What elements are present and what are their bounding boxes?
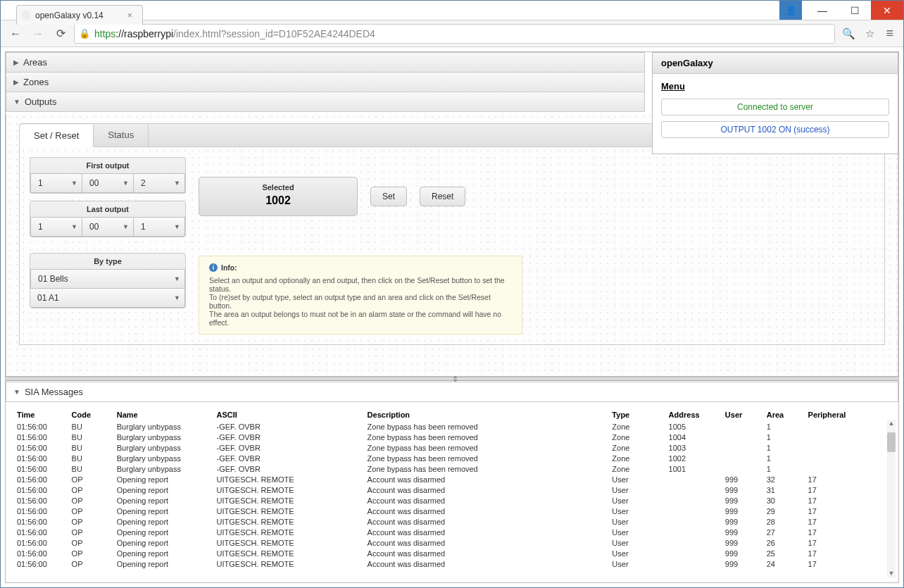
accordion-zones[interactable]: ▶ Zones bbox=[6, 73, 645, 92]
table-row[interactable]: 01:56:00OPOpening reportUITGESCH. REMOTE… bbox=[14, 474, 890, 484]
col-addr: Address bbox=[666, 408, 722, 421]
sia-messages-panel: Time Code Name ASCII Description Type Ad… bbox=[6, 403, 898, 582]
status-last-message: OUTPUT 1002 ON (success) bbox=[661, 121, 889, 138]
window-maximize-button[interactable]: ☐ bbox=[839, 1, 871, 20]
table-row[interactable]: 01:56:00OPOpening reportUITGESCH. REMOTE… bbox=[14, 516, 890, 527]
scroll-up-icon[interactable]: ▲ bbox=[887, 420, 896, 428]
cell-time: 01:56:00 bbox=[14, 548, 69, 558]
cell-ascii: UITGESCH. REMOTE bbox=[214, 516, 365, 527]
cell-ascii: -GEF. OVBR bbox=[214, 453, 365, 463]
cell-name: Opening report bbox=[114, 527, 214, 537]
page-content: ▶ Areas ▶ Zones ▼ Outputs Set / Reset St… bbox=[1, 47, 903, 587]
info-box: iInfo: Select an output and optionally a… bbox=[199, 256, 522, 334]
last-output-c-select[interactable]: 1▼ bbox=[134, 217, 185, 237]
table-row[interactable]: 01:56:00OPOpening reportUITGESCH. REMOTE… bbox=[14, 548, 890, 558]
info-icon: i bbox=[209, 263, 218, 272]
cell-desc: Zone bypass has been removed bbox=[365, 453, 610, 463]
splitter-handle[interactable] bbox=[6, 377, 898, 381]
last-output-b-select[interactable]: 00▼ bbox=[82, 217, 134, 237]
cell-time: 01:56:00 bbox=[14, 421, 69, 432]
info-line: To (re)set by output type, select an out… bbox=[209, 293, 512, 310]
tab-status[interactable]: Status bbox=[94, 124, 149, 146]
cell-type: Zone bbox=[609, 421, 665, 432]
accordion-sia[interactable]: ▼ SIA Messages bbox=[6, 382, 898, 402]
table-row[interactable]: 01:56:00OPOpening reportUITGESCH. REMOTE… bbox=[14, 506, 890, 516]
cell-addr bbox=[666, 537, 722, 548]
user-icon[interactable]: 👤 bbox=[779, 1, 802, 20]
scroll-down-icon[interactable]: ▼ bbox=[887, 570, 896, 578]
browser-tab[interactable]: openGalaxy v0.14 × bbox=[16, 5, 143, 25]
cell-desc: Account was disarmed bbox=[365, 506, 610, 516]
table-row[interactable]: 01:56:00OPOpening reportUITGESCH. REMOTE… bbox=[14, 527, 890, 537]
cell-addr bbox=[666, 495, 722, 506]
cell-time: 01:56:00 bbox=[14, 453, 69, 463]
scrollbar[interactable]: ▲ ▼ bbox=[887, 420, 896, 578]
nav-back-button[interactable]: ← bbox=[6, 25, 25, 43]
scroll-thumb[interactable] bbox=[887, 432, 896, 452]
cell-ascii: UITGESCH. REMOTE bbox=[214, 506, 365, 516]
set-button[interactable]: Set bbox=[370, 187, 407, 206]
accordion-label: Zones bbox=[23, 77, 49, 87]
tab-close-icon[interactable]: × bbox=[127, 10, 132, 20]
table-row[interactable]: 01:56:00OPOpening reportUITGESCH. REMOTE… bbox=[14, 495, 890, 506]
first-output-c-select[interactable]: 2▼ bbox=[134, 173, 185, 193]
window-minimize-button[interactable]: — bbox=[806, 1, 839, 20]
cell-code: OP bbox=[69, 506, 114, 516]
col-ascii: ASCII bbox=[214, 408, 365, 421]
first-output-a-select[interactable]: 1▼ bbox=[30, 173, 82, 193]
browser-window: openGalaxy v0.14 × 👤 — ☐ ✕ ← → ⟳ 🔒 https… bbox=[0, 0, 904, 588]
cell-name: Opening report bbox=[114, 558, 214, 569]
type-select[interactable]: 01 Bells▼ bbox=[30, 269, 185, 289]
cell-code: OP bbox=[69, 548, 114, 558]
cell-ascii: -GEF. OVBR bbox=[214, 421, 365, 432]
cell-code: OP bbox=[69, 484, 114, 495]
area-select[interactable]: 01 A1▼ bbox=[30, 289, 185, 308]
bookmark-icon[interactable]: ☆ bbox=[862, 27, 877, 40]
cell-code: OP bbox=[69, 516, 114, 527]
first-output-b-select[interactable]: 00▼ bbox=[82, 173, 134, 193]
nav-reload-button[interactable]: ⟳ bbox=[51, 25, 70, 43]
cell-type: User bbox=[609, 506, 665, 516]
browser-menu-button[interactable]: ≡ bbox=[881, 26, 898, 41]
table-row[interactable]: 01:56:00BUBurglary unbypass-GEF. OVBRZon… bbox=[14, 463, 890, 474]
cell-addr: 1004 bbox=[666, 432, 722, 442]
table-row[interactable]: 01:56:00OPOpening reportUITGESCH. REMOTE… bbox=[14, 558, 890, 569]
url-input[interactable]: 🔒 https://raspberrypi/index.html?session… bbox=[74, 24, 835, 44]
cell-periph: 17 bbox=[805, 484, 890, 495]
accordion-label: Outputs bbox=[25, 96, 57, 107]
reset-button[interactable]: Reset bbox=[420, 187, 465, 206]
chevron-down-icon: ▼ bbox=[71, 223, 77, 230]
table-row[interactable]: 01:56:00BUBurglary unbypass-GEF. OVBRZon… bbox=[14, 453, 890, 463]
cell-addr: 1002 bbox=[666, 453, 722, 463]
chevron-down-icon: ▼ bbox=[174, 180, 180, 187]
table-row[interactable]: 01:56:00OPOpening reportUITGESCH. REMOTE… bbox=[14, 537, 890, 548]
tab-set-reset[interactable]: Set / Reset bbox=[20, 125, 94, 147]
cell-name: Burglary unbypass bbox=[114, 453, 214, 463]
cell-time: 01:56:00 bbox=[14, 463, 69, 474]
col-type: Type bbox=[609, 408, 665, 421]
menu-link[interactable]: Menu bbox=[661, 81, 889, 92]
cell-desc: Zone bypass has been removed bbox=[365, 463, 610, 474]
table-row[interactable]: 01:56:00BUBurglary unbypass-GEF. OVBRZon… bbox=[14, 442, 890, 453]
cell-type: User bbox=[609, 558, 665, 569]
cell-user: 999 bbox=[722, 527, 764, 537]
table-row[interactable]: 01:56:00OPOpening reportUITGESCH. REMOTE… bbox=[14, 484, 890, 495]
table-row[interactable]: 01:56:00BUBurglary unbypass-GEF. OVBRZon… bbox=[14, 432, 890, 442]
accordion-areas[interactable]: ▶ Areas bbox=[6, 52, 645, 73]
cell-desc: Zone bypass has been removed bbox=[365, 432, 610, 442]
cell-desc: Account was disarmed bbox=[365, 516, 610, 527]
cell-user: 999 bbox=[722, 506, 764, 516]
zoom-icon[interactable]: 🔍 bbox=[839, 27, 858, 40]
cell-type: User bbox=[609, 484, 665, 495]
cell-periph bbox=[805, 432, 890, 442]
cell-periph bbox=[805, 442, 890, 453]
last-output-a-select[interactable]: 1▼ bbox=[30, 217, 82, 237]
favicon-icon bbox=[21, 11, 31, 20]
table-row[interactable]: 01:56:00BUBurglary unbypass-GEF. OVBRZon… bbox=[14, 421, 890, 432]
accordion-outputs[interactable]: ▼ Outputs bbox=[6, 92, 645, 112]
cell-desc: Account was disarmed bbox=[365, 537, 610, 548]
window-close-button[interactable]: ✕ bbox=[871, 1, 903, 20]
cell-name: Opening report bbox=[114, 548, 214, 558]
nav-forward-button[interactable]: → bbox=[29, 25, 47, 43]
cell-area: 1 bbox=[764, 421, 805, 432]
